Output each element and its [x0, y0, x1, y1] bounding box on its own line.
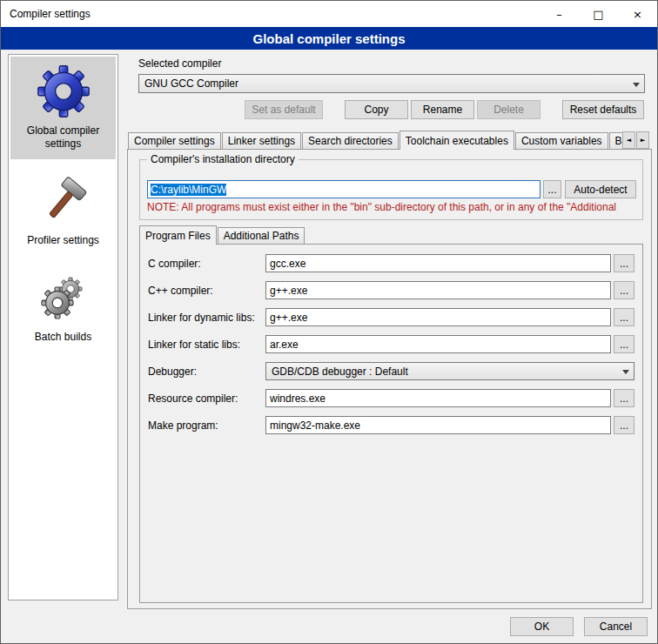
- copy-button[interactable]: Copy: [345, 100, 408, 119]
- close-button[interactable]: ×: [618, 1, 657, 27]
- selected-compiler-value: GNU GCC Compiler: [144, 77, 628, 90]
- chevron-down-icon: [628, 75, 644, 92]
- linker-for-static-libs-label: Linker for static libs:: [148, 339, 265, 351]
- field-row: Debugger:GDB/CDB debugger : Default: [148, 362, 634, 380]
- sidebar-item-global-compiler-settings[interactable]: Global compiler settings: [10, 57, 116, 159]
- profiler-hammer-icon: [36, 173, 91, 229]
- toolchain-fields: C compiler:...C++ compiler:...Linker for…: [140, 245, 642, 434]
- compiler-buttons: Set as defaultCopyRenameDeleteReset defa…: [245, 100, 644, 119]
- tab-scroll-right-icon[interactable]: ►: [636, 131, 649, 149]
- field-row: C compiler:...: [148, 254, 634, 272]
- tab-compiler-settings[interactable]: Compiler settings: [128, 132, 221, 149]
- resource-compiler-input[interactable]: [265, 389, 611, 407]
- subtab-strip: Program FilesAdditional Paths: [139, 225, 306, 245]
- rename-button[interactable]: Rename: [411, 100, 474, 119]
- minimize-button[interactable]: –: [540, 1, 579, 27]
- sidebar-item-profiler-settings[interactable]: Profiler settings: [10, 166, 116, 256]
- make-program-label: Make program:: [148, 419, 265, 432]
- directory-note: NOTE: All programs must exist either in …: [147, 201, 640, 213]
- field-row: Linker for static libs:...: [148, 335, 634, 353]
- caption-buttons: – □ ×: [540, 1, 657, 27]
- c-compiler-browse-button[interactable]: ...: [614, 281, 634, 299]
- linker-for-static-libs-input[interactable]: [265, 335, 611, 353]
- debugger-label: Debugger:: [148, 366, 265, 378]
- window-title: Compiler settings: [1, 8, 91, 20]
- tab-linker-settings[interactable]: Linker settings: [222, 132, 301, 149]
- auto-detect-button[interactable]: Auto-detect: [565, 180, 636, 198]
- program-files-panel: C compiler:...C++ compiler:...Linker for…: [139, 244, 643, 603]
- toolchain-executables-panel: Compiler's installation directory C:\ray…: [127, 149, 652, 609]
- debugger-value: GDB/CDB debugger : Default: [272, 366, 618, 378]
- tab-search-directories[interactable]: Search directories: [302, 132, 399, 149]
- tab-custom-variables[interactable]: Custom variables: [515, 132, 608, 149]
- dialog-content: Global compiler settings Profiler settin…: [1, 50, 657, 643]
- debugger-select[interactable]: GDB/CDB debugger : Default: [265, 362, 634, 380]
- selected-text: C:\raylib\MinGW: [151, 184, 226, 196]
- c-compiler-label: C compiler:: [148, 258, 265, 270]
- c-compiler-browse-button[interactable]: ...: [614, 254, 634, 272]
- make-program-input[interactable]: [265, 416, 611, 434]
- selected-compiler-label: Selected compiler: [138, 57, 221, 70]
- compiler-settings-dialog: Compiler settings – □ × Global compiler …: [0, 0, 658, 644]
- maximize-button[interactable]: □: [579, 1, 618, 27]
- resource-compiler-browse-button[interactable]: ...: [614, 389, 634, 407]
- c-compiler-input[interactable]: [265, 254, 611, 272]
- tab-buil[interactable]: Buil: [609, 132, 622, 149]
- linker-for-dynamic-libs-browse-button[interactable]: ...: [614, 308, 634, 326]
- cancel-button[interactable]: Cancel: [584, 617, 648, 636]
- field-row: Resource compiler:...: [148, 389, 634, 407]
- delete-button: Delete: [477, 100, 540, 119]
- set-as-default-button: Set as default: [245, 100, 323, 119]
- sidebar-item-label: Global compiler settings: [12, 124, 114, 151]
- dialog-header: Global compiler settings: [1, 27, 657, 50]
- sidebar-item-label: Batch builds: [35, 331, 91, 344]
- blue-gear-icon: [36, 64, 91, 119]
- tab-scroll-left-icon[interactable]: ◄: [622, 131, 635, 149]
- tab-scroll-arrows: ◄ ►: [621, 131, 649, 149]
- chevron-down-icon: [618, 363, 634, 379]
- reset-defaults-button[interactable]: Reset defaults: [562, 100, 644, 119]
- c-compiler-label: C++ compiler:: [148, 285, 265, 297]
- field-row: C++ compiler:...: [148, 281, 634, 299]
- resource-compiler-label: Resource compiler:: [148, 392, 265, 405]
- linker-for-dynamic-libs-label: Linker for dynamic libs:: [148, 312, 265, 324]
- batch-gears-icon: [36, 270, 91, 325]
- groupbox-title: Compiler's installation directory: [147, 153, 299, 165]
- installation-directory-input[interactable]: C:\raylib\MinGW: [147, 180, 540, 198]
- tab-toolchain-executables[interactable]: Toolchain executables: [400, 131, 514, 150]
- sidebar-item-label: Profiler settings: [27, 234, 99, 247]
- directory-browse-button[interactable]: ...: [543, 180, 561, 198]
- settings-sidebar: Global compiler settings Profiler settin…: [8, 54, 118, 600]
- c-compiler-input[interactable]: [265, 281, 611, 299]
- subtab-additional-paths[interactable]: Additional Paths: [218, 227, 306, 244]
- field-row: Make program:...: [148, 416, 634, 434]
- selected-compiler-combobox[interactable]: GNU GCC Compiler: [138, 74, 645, 93]
- ok-button[interactable]: OK: [510, 617, 574, 636]
- title-bar[interactable]: Compiler settings – □ ×: [1, 1, 657, 27]
- linker-for-dynamic-libs-input[interactable]: [265, 308, 611, 326]
- subtab-program-files[interactable]: Program Files: [139, 225, 217, 245]
- tab-strip: Compiler settingsLinker settingsSearch d…: [128, 131, 622, 150]
- field-row: Linker for dynamic libs:...: [148, 308, 634, 326]
- linker-for-static-libs-browse-button[interactable]: ...: [614, 335, 634, 353]
- make-program-browse-button[interactable]: ...: [614, 416, 634, 434]
- sidebar-item-batch-builds[interactable]: Batch builds: [10, 263, 116, 352]
